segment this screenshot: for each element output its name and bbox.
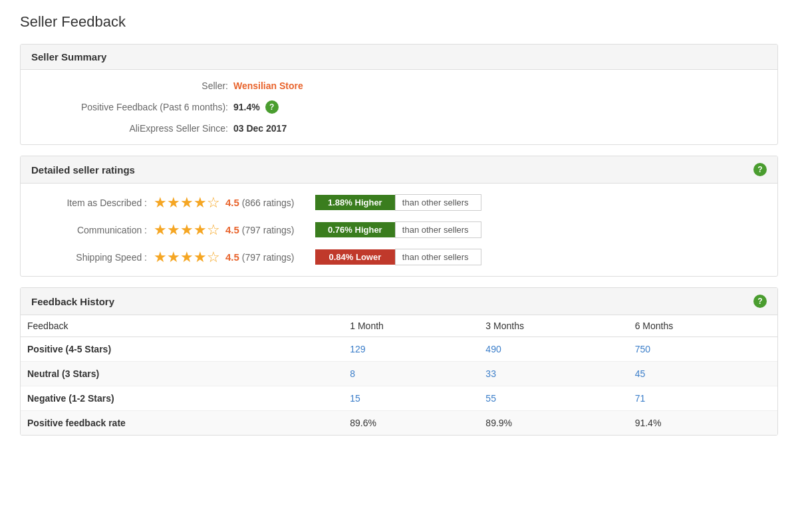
comparison-badge: 0.84% Lower <box>315 249 395 265</box>
star-full-icon: ★ <box>154 250 167 265</box>
star-half-icon: ☆ <box>207 250 220 265</box>
feedback-table-row: Neutral (3 Stars)83345 <box>21 362 777 386</box>
seller-summary-title: Seller Summary <box>31 51 106 63</box>
feedback-row-value: 490 <box>479 337 628 362</box>
page-title: Seller Feedback <box>20 13 778 31</box>
feedback-row-value: 89.6% <box>343 411 479 436</box>
feedback-table-header: 3 Months <box>479 315 628 337</box>
star-full-icon: ★ <box>194 223 207 237</box>
seller-summary-header: Seller Summary <box>21 45 777 70</box>
feedback-table-row: Negative (1-2 Stars)155571 <box>21 386 777 411</box>
feedback-table-header: Feedback <box>21 315 343 337</box>
star-full-icon: ★ <box>180 250 194 265</box>
star-half-icon: ☆ <box>207 223 220 237</box>
star-full-icon: ★ <box>167 223 180 237</box>
rating-score: 4.5 <box>225 224 239 235</box>
seller-since-value: 03 Dec 2017 <box>233 123 287 134</box>
feedback-row-value: 89.9% <box>479 411 628 436</box>
seller-label: Seller: <box>74 80 233 91</box>
comparison-badge: 0.76% Higher <box>315 222 395 237</box>
feedback-history-help-icon[interactable]: ? <box>753 295 767 308</box>
seller-since-label: AliExpress Seller Since: <box>74 123 233 134</box>
feedback-history-header: Feedback History ? <box>21 288 777 315</box>
detailed-ratings-title: Detailed seller ratings <box>31 164 135 176</box>
rating-count: (797 ratings) <box>242 252 302 263</box>
rating-label: Communication : <box>47 225 154 235</box>
seller-name-link[interactable]: Wensilian Store <box>233 80 303 91</box>
stars-container: ★★★★☆ <box>154 223 220 237</box>
rating-score: 4.5 <box>225 251 239 263</box>
feedback-table-row: Positive (4-5 Stars)129490750 <box>21 337 777 362</box>
rating-row: Item as Described : ★★★★☆ 4.5 (866 ratin… <box>34 194 764 211</box>
comparison-text: than other sellers <box>395 221 481 238</box>
comparison-text: than other sellers <box>395 249 481 265</box>
feedback-row-value: 55 <box>479 386 628 411</box>
feedback-row-value: 45 <box>628 362 777 386</box>
feedback-row-value: 8 <box>343 362 479 386</box>
detailed-ratings-header: Detailed seller ratings ? <box>21 156 777 184</box>
seller-name-row: Seller: Wensilian Store <box>34 80 764 91</box>
star-full-icon: ★ <box>194 196 207 210</box>
feedback-table-row: Positive feedback rate89.6%89.9%91.4% <box>21 411 777 436</box>
stars-container: ★★★★☆ <box>154 196 220 210</box>
star-full-icon: ★ <box>180 196 194 210</box>
feedback-row-value: 71 <box>628 386 777 411</box>
feedback-row-label: Positive (4-5 Stars) <box>21 337 343 362</box>
feedback-row-value: 129 <box>343 337 479 362</box>
feedback-row-value: 750 <box>628 337 777 362</box>
feedback-row-label: Neutral (3 Stars) <box>21 362 343 386</box>
feedback-row-value: 91.4% <box>628 411 777 436</box>
seller-since-row: AliExpress Seller Since: 03 Dec 2017 <box>34 123 764 134</box>
rating-count: (797 ratings) <box>242 225 302 235</box>
feedback-history-title: Feedback History <box>31 296 114 307</box>
feedback-table-header: 1 Month <box>343 315 479 337</box>
feedback-row-value: 33 <box>479 362 628 386</box>
rating-row: Shipping Speed : ★★★★☆ 4.5 (797 ratings)… <box>34 249 764 265</box>
feedback-table: Feedback1 Month3 Months6 MonthsPositive … <box>21 315 777 435</box>
rating-row: Communication : ★★★★☆ 4.5 (797 ratings) … <box>34 221 764 238</box>
detailed-ratings-card: Detailed seller ratings ? Item as Descri… <box>20 156 778 277</box>
star-full-icon: ★ <box>154 196 167 210</box>
comparison-text: than other sellers <box>395 194 481 211</box>
star-full-icon: ★ <box>194 250 207 265</box>
comparison-badge: 1.88% Higher <box>315 195 395 210</box>
rating-label: Shipping Speed : <box>47 252 154 263</box>
feedback-table-header: 6 Months <box>628 315 777 337</box>
star-full-icon: ★ <box>180 223 194 237</box>
positive-feedback-label: Positive Feedback (Past 6 months): <box>74 102 233 112</box>
star-half-icon: ☆ <box>207 196 220 210</box>
star-full-icon: ★ <box>154 223 167 237</box>
feedback-history-body: Feedback1 Month3 Months6 MonthsPositive … <box>21 315 777 435</box>
seller-summary-card: Seller Summary Seller: Wensilian Store P… <box>20 44 778 145</box>
stars-container: ★★★★☆ <box>154 250 220 265</box>
positive-feedback-help-icon[interactable]: ? <box>265 100 279 114</box>
rating-count: (866 ratings) <box>242 198 302 208</box>
positive-feedback-row: Positive Feedback (Past 6 months): 91.4%… <box>34 100 764 114</box>
rating-label: Item as Described : <box>47 198 154 208</box>
feedback-row-label: Positive feedback rate <box>21 411 343 436</box>
detailed-ratings-body: Item as Described : ★★★★☆ 4.5 (866 ratin… <box>21 184 777 276</box>
star-full-icon: ★ <box>167 250 180 265</box>
feedback-row-value: 15 <box>343 386 479 411</box>
feedback-row-label: Negative (1-2 Stars) <box>21 386 343 411</box>
feedback-history-card: Feedback History ? Feedback1 Month3 Mont… <box>20 287 778 436</box>
star-full-icon: ★ <box>167 196 180 210</box>
detailed-ratings-help-icon[interactable]: ? <box>753 163 767 176</box>
positive-feedback-value: 91.4% <box>233 102 260 112</box>
seller-summary-body: Seller: Wensilian Store Positive Feedbac… <box>21 70 777 144</box>
rating-score: 4.5 <box>225 197 239 208</box>
